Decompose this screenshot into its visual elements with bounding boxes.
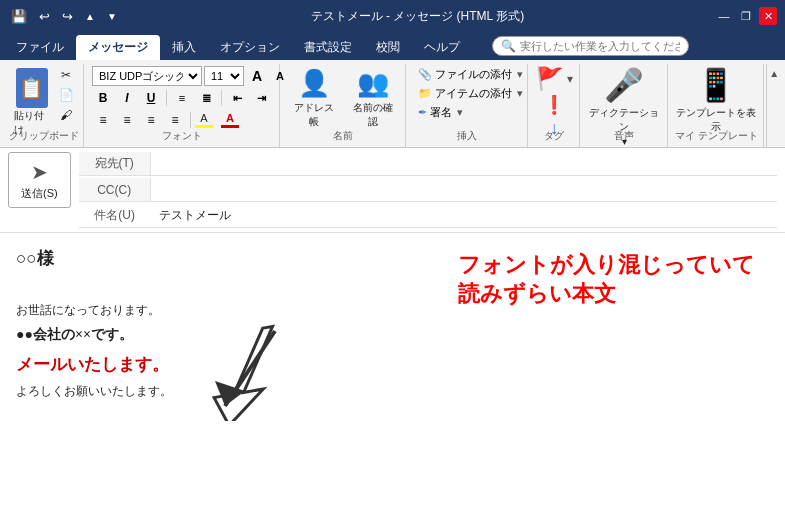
file-attach-label: ファイルの添付 [435, 67, 512, 82]
item-dropdown-icon[interactable]: ▾ [517, 87, 523, 100]
close-button[interactable]: ✕ [759, 7, 777, 25]
tag-group: 🚩 ▾ ❗ ↓ タグ [530, 64, 580, 147]
tab-format[interactable]: 書式設定 [292, 35, 364, 60]
window-controls: — ❐ ✕ [715, 7, 777, 25]
audio-group-label: 音声 [582, 129, 667, 143]
underline-button[interactable]: U [140, 88, 162, 108]
copy-icon[interactable]: 📄 [55, 86, 77, 104]
names-group: 👤 アドレス帳 👥 名前の確認 名前 [282, 64, 406, 147]
flag-icon[interactable]: 🚩 [536, 66, 563, 92]
to-label[interactable]: 宛先(T) [79, 152, 151, 175]
body-line-6: よろしくお願いいたします。 [16, 382, 769, 401]
divider2 [221, 90, 222, 106]
tab-options[interactable]: オプション [208, 35, 292, 60]
insert-group-label: 挿入 [408, 129, 527, 143]
subject-value[interactable]: テストメール [151, 205, 777, 226]
audio-group: 🎤 ディクテーション ▾ 音声 [582, 64, 668, 147]
tab-help[interactable]: ヘルプ [412, 35, 472, 60]
tag-group-label: タグ [530, 129, 579, 143]
font-name-row: BIZ UDPゴシック 11 A A [92, 66, 291, 86]
item-icon: 📁 [418, 87, 432, 100]
signature-icon: ✒ [418, 106, 427, 119]
address-book-button[interactable]: 👤 アドレス帳 [288, 66, 340, 131]
subject-row: 件名(U) テストメール [79, 204, 777, 228]
template-group-label: マイ テンプレート [670, 129, 764, 143]
font-size-select[interactable]: 11 [204, 66, 244, 86]
cc-label[interactable]: CC(C) [79, 178, 151, 201]
flag-dropdown-icon[interactable]: ▾ [567, 72, 573, 86]
to-value[interactable] [151, 162, 777, 166]
save-icon[interactable]: 💾 [8, 9, 30, 24]
item-attach-label: アイテムの添付 [435, 86, 512, 101]
annotation-line2: 読みずらい本文 [458, 280, 755, 309]
clipboard-small-buttons: ✂ 📄 🖌 [55, 66, 77, 124]
to-field-row: 宛先(T) [79, 152, 777, 176]
main-content: ➤ 送信(S) 宛先(T) CC(C) 件名(U) テストメール ○○様 お世話… [0, 148, 785, 504]
tab-file[interactable]: ファイル [4, 35, 76, 60]
paste-icon: 📋 [16, 68, 48, 108]
undo-icon[interactable]: ↩ [36, 9, 53, 24]
redo-icon[interactable]: ↪ [59, 9, 76, 24]
highlight-color-btn[interactable]: A [195, 112, 213, 128]
window-title: テストメール - メッセージ (HTML 形式) [120, 8, 715, 25]
tab-review[interactable]: 校閲 [364, 35, 412, 60]
font-grow-button[interactable]: A [246, 66, 268, 86]
align-justify-button[interactable]: ≡ [164, 110, 186, 130]
format-painter-icon[interactable]: 🖌 [55, 106, 77, 124]
check-names-icon: 👥 [357, 68, 389, 99]
template-group: 📱 テンプレートを表示 マイ テンプレート [670, 64, 765, 147]
tab-insert[interactable]: 挿入 [160, 35, 208, 60]
indent-increase-button[interactable]: ⇥ [250, 88, 272, 108]
tab-message[interactable]: メッセージ [76, 35, 160, 60]
cc-value[interactable] [151, 188, 777, 192]
email-body[interactable]: ○○様 お世話になっております。 ●●会社の××です。 メールいたします。 よろ… [0, 233, 785, 504]
body-line-4: ●●会社の××です。 [16, 324, 769, 346]
align-right-button[interactable]: ≡ [140, 110, 162, 130]
names-group-label: 名前 [282, 129, 405, 143]
minimize-button[interactable]: — [715, 7, 733, 25]
signature-button[interactable]: ✒ 署名 ▾ [414, 104, 467, 121]
insert-group: 📎 ファイルの添付 ▾ 📁 アイテムの添付 ▾ ✒ 署名 ▾ 挿入 [408, 64, 528, 147]
italic-button[interactable]: I [116, 88, 138, 108]
down-icon[interactable]: ▼ [104, 11, 120, 22]
paperclip-icon: 📎 [418, 68, 432, 81]
send-label: 送信(S) [21, 186, 58, 201]
restore-button[interactable]: ❐ [737, 7, 755, 25]
check-names-label: 名前の確認 [350, 101, 394, 129]
item-attach-button[interactable]: 📁 アイテムの添付 ▾ [414, 85, 527, 102]
arrow-svg [200, 321, 300, 421]
font-family-select[interactable]: BIZ UDPゴシック [92, 66, 202, 86]
align-left-button[interactable]: ≡ [92, 110, 114, 130]
subject-label: 件名(U) [79, 205, 151, 226]
up-icon[interactable]: ▲ [82, 11, 98, 22]
cut-icon[interactable]: ✂ [55, 66, 77, 84]
address-book-label: アドレス帳 [292, 101, 336, 129]
importance-high-icon[interactable]: ❗ [543, 94, 565, 116]
file-attach-button[interactable]: 📎 ファイルの添付 ▾ [414, 66, 527, 83]
sig-dropdown-icon[interactable]: ▾ [457, 106, 463, 119]
indent-decrease-button[interactable]: ⇤ [226, 88, 248, 108]
list-bullet-button[interactable]: ≡ [171, 88, 193, 108]
list-number-button[interactable]: ≣ [195, 88, 217, 108]
font-color-row: ≡ ≡ ≡ ≡ A A [92, 110, 239, 130]
font-color-btn[interactable]: A [221, 112, 239, 128]
send-button[interactable]: ➤ 送信(S) [8, 152, 71, 208]
divider [166, 90, 167, 106]
microphone-icon: 🎤 [604, 66, 644, 104]
ribbon-collapse-button[interactable]: ▲ [766, 64, 781, 147]
search-input[interactable] [520, 40, 680, 52]
bold-button[interactable]: B [92, 88, 114, 108]
font-group-label: フォント [86, 129, 279, 143]
font-group: BIZ UDPゴシック 11 A A B I U ≡ ≣ ⇤ ⇥ [86, 64, 280, 147]
send-arrow-icon: ➤ [31, 160, 48, 184]
cc-field-row: CC(C) [79, 178, 777, 202]
check-names-button[interactable]: 👥 名前の確認 [346, 66, 398, 131]
body-line-5: メールいたします。 [16, 351, 769, 378]
align-center-button[interactable]: ≡ [116, 110, 138, 130]
attach-dropdown-icon[interactable]: ▾ [517, 68, 523, 81]
title-bar-left: 💾 ↩ ↪ ▲ ▼ [8, 9, 120, 24]
flag-row: 🚩 ▾ [536, 66, 573, 92]
email-header: ➤ 送信(S) 宛先(T) CC(C) 件名(U) テストメール [0, 148, 785, 233]
email-fields: 宛先(T) CC(C) 件名(U) テストメール [79, 152, 777, 228]
divider3 [190, 112, 191, 128]
